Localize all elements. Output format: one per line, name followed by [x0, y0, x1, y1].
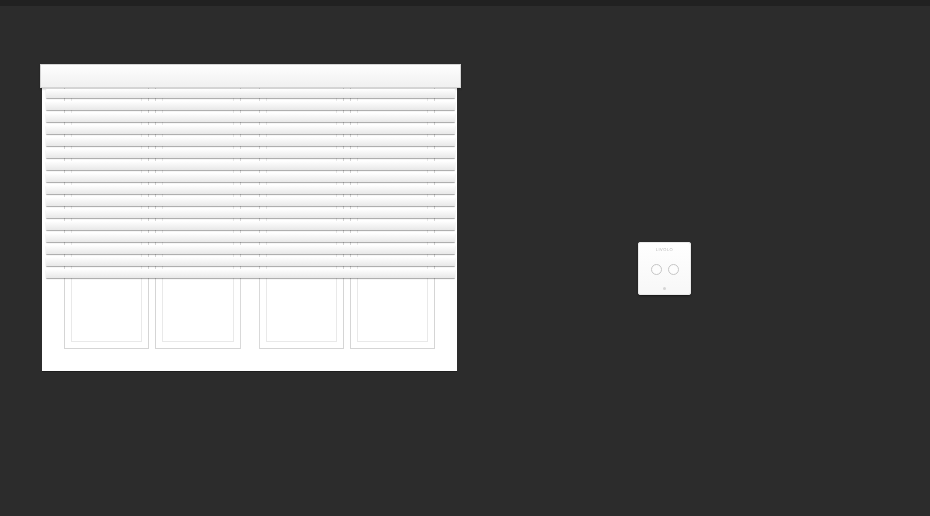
blinds-slat [46, 245, 455, 254]
blinds-slat [46, 257, 455, 266]
blinds-slat [46, 101, 455, 110]
blinds-slat [46, 269, 455, 278]
blinds-slat [46, 233, 455, 242]
switch-button-open[interactable] [651, 264, 662, 275]
blinds-slat [46, 209, 455, 218]
venetian-blinds[interactable] [40, 64, 461, 282]
blinds-slat [46, 161, 455, 170]
blinds-slat [46, 149, 455, 158]
blinds-slat [46, 125, 455, 134]
blinds-slat [46, 185, 455, 194]
switch-button-close[interactable] [668, 264, 679, 275]
blinds-slat [46, 197, 455, 206]
blinds-slats [46, 86, 455, 282]
switch-brand-label: LIVOLO [656, 247, 673, 252]
blinds-headrail [40, 64, 461, 88]
blinds-slat [46, 173, 455, 182]
blinds-slat [46, 89, 455, 98]
blinds-slat [46, 221, 455, 230]
switch-button-row [651, 264, 679, 275]
blinds-slat [46, 113, 455, 122]
wall-switch-plate: LIVOLO [638, 242, 691, 295]
blinds-slat [46, 137, 455, 146]
top-bar [0, 0, 930, 6]
switch-indicator-led [663, 287, 666, 290]
window-with-blinds [42, 66, 457, 371]
